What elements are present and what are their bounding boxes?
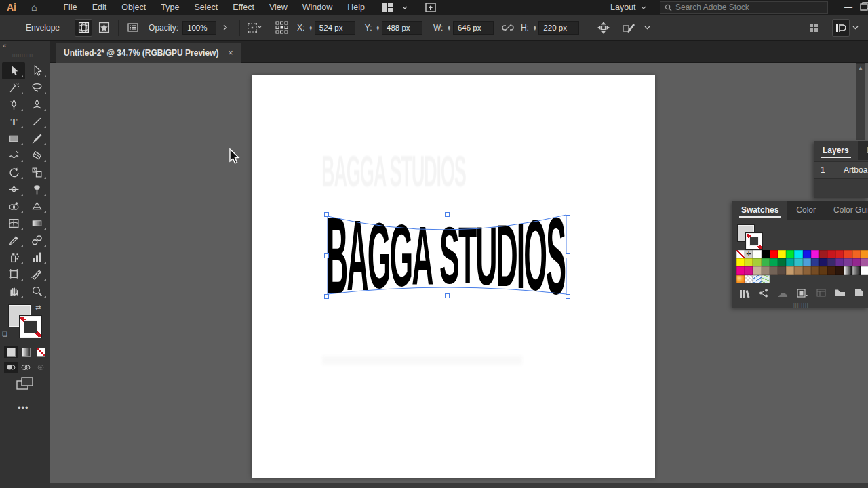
rotate-tool[interactable] bbox=[2, 164, 25, 181]
unlink-dimensions-icon[interactable] bbox=[499, 19, 517, 37]
share-swatch-icon[interactable] bbox=[759, 289, 768, 298]
stroke-swatch[interactable] bbox=[746, 233, 762, 249]
swatch-0-8[interactable] bbox=[803, 250, 811, 258]
swatch-2-8[interactable] bbox=[803, 266, 811, 274]
swatch-0-7[interactable] bbox=[794, 250, 802, 258]
align-options-icon[interactable] bbox=[245, 19, 263, 37]
pen-tool[interactable] bbox=[2, 96, 25, 113]
swatch-1-8[interactable] bbox=[803, 258, 811, 266]
workspace-switcher[interactable]: Layout bbox=[610, 0, 646, 15]
swatch-1-0[interactable] bbox=[736, 258, 745, 266]
y-label[interactable]: Y: bbox=[365, 23, 372, 33]
w-stepper[interactable]: ▲▼ bbox=[447, 25, 450, 30]
swatch-kinds-icon[interactable] bbox=[797, 289, 808, 298]
menu-help[interactable]: Help bbox=[340, 1, 372, 14]
artboard-tool[interactable] bbox=[2, 266, 25, 283]
menu-view[interactable]: View bbox=[262, 1, 295, 14]
h-input[interactable]: 220 px bbox=[538, 21, 579, 35]
swatch-0-1-registration[interactable]: ✛ bbox=[745, 250, 753, 258]
tab-color[interactable]: Color bbox=[787, 201, 825, 220]
free-transform-icon[interactable] bbox=[595, 19, 612, 37]
chevron-down-icon[interactable] bbox=[852, 26, 859, 30]
tab-layers[interactable]: Layers bbox=[814, 141, 858, 160]
reference-point-icon[interactable] bbox=[273, 19, 290, 37]
swatch-2-4[interactable] bbox=[770, 266, 778, 274]
eyedropper-tool[interactable] bbox=[2, 232, 25, 249]
swatch-1-5[interactable] bbox=[778, 258, 786, 266]
menu-select[interactable]: Select bbox=[186, 1, 225, 14]
swatch-2-3[interactable] bbox=[762, 266, 770, 274]
menu-window[interactable]: Window bbox=[295, 1, 340, 14]
opacity-expand-button[interactable] bbox=[216, 19, 234, 37]
swatch-2-7[interactable] bbox=[794, 266, 802, 274]
chevron-down-icon[interactable] bbox=[402, 6, 408, 9]
shaper-tool[interactable] bbox=[2, 147, 25, 164]
vertical-scrollbar[interactable]: ▲ bbox=[856, 63, 865, 140]
swatch-1-9[interactable] bbox=[811, 258, 819, 266]
swatch-1-2[interactable] bbox=[753, 258, 761, 266]
swatch-1-13[interactable] bbox=[844, 258, 852, 266]
edit-contents-button[interactable] bbox=[95, 19, 113, 37]
direct-selection-tool[interactable] bbox=[25, 62, 48, 79]
swatch-0-9[interactable] bbox=[811, 250, 819, 258]
h-stepper[interactable]: ▲▼ bbox=[533, 25, 536, 30]
y-input[interactable]: 488 px bbox=[382, 21, 422, 35]
draw-inside-button[interactable] bbox=[34, 362, 47, 373]
rectangle-tool[interactable] bbox=[2, 130, 25, 147]
opacity-input[interactable]: 100% bbox=[182, 21, 216, 35]
swatch-0-13[interactable] bbox=[844, 250, 852, 258]
tab-libraries[interactable]: Libra bbox=[858, 141, 868, 160]
x-stepper[interactable]: ▲▼ bbox=[309, 25, 312, 30]
tab-swatches[interactable]: Swatches bbox=[732, 201, 787, 220]
swatch-0-12[interactable] bbox=[835, 250, 844, 258]
w-input[interactable]: 646 px bbox=[453, 21, 494, 35]
scroll-up-icon[interactable]: ▲ bbox=[858, 65, 863, 140]
swatch-0-15[interactable] bbox=[861, 250, 868, 258]
swatch-2-14-gradient-dark[interactable] bbox=[852, 266, 861, 274]
swatch-2-12[interactable] bbox=[835, 266, 844, 274]
swatch-2-0[interactable] bbox=[736, 266, 745, 274]
search-input[interactable]: Search Adobe Stock bbox=[660, 1, 828, 14]
new-color-group-icon[interactable] bbox=[835, 289, 846, 297]
recolor-artwork-icon[interactable] bbox=[620, 19, 638, 37]
swatch-1-3[interactable] bbox=[762, 258, 770, 266]
line-segment-tool[interactable] bbox=[25, 113, 48, 130]
menu-effect[interactable]: Effect bbox=[225, 1, 262, 14]
none-mode-button[interactable] bbox=[34, 346, 47, 358]
swatch-3-0-gradient-orange[interactable] bbox=[736, 275, 745, 283]
gradient-mode-button[interactable] bbox=[19, 346, 33, 358]
scale-tool[interactable] bbox=[25, 164, 48, 181]
gradient-tool[interactable] bbox=[25, 215, 48, 232]
default-fill-stroke-icon[interactable]: ❏ bbox=[2, 331, 7, 338]
menu-file[interactable]: File bbox=[56, 1, 84, 14]
swatch-2-6[interactable] bbox=[786, 266, 794, 274]
swatch-0-14[interactable] bbox=[852, 250, 861, 258]
swatch-1-12[interactable] bbox=[835, 258, 844, 266]
type-tool[interactable]: T bbox=[2, 113, 25, 130]
mesh-tool[interactable] bbox=[2, 215, 25, 232]
y-stepper[interactable]: ▲▼ bbox=[376, 25, 380, 30]
workspace-grid-icon[interactable] bbox=[805, 19, 823, 37]
swatch-3-1-pattern-check[interactable] bbox=[745, 275, 753, 283]
perspective-grid-tool[interactable] bbox=[25, 198, 48, 215]
document-tab[interactable]: Untitled-2* @ 34.7% (RGB/GPU Preview) × bbox=[56, 43, 241, 63]
selection-tool[interactable] bbox=[2, 62, 25, 79]
panel-menu-icon[interactable] bbox=[124, 19, 142, 37]
swatch-2-2[interactable] bbox=[753, 266, 761, 274]
swatch-1-4[interactable] bbox=[770, 258, 778, 266]
hand-tool[interactable] bbox=[2, 283, 25, 300]
swatch-0-10[interactable] bbox=[819, 250, 827, 258]
arrange-documents-icon[interactable] bbox=[382, 3, 393, 12]
slice-tool[interactable] bbox=[25, 266, 48, 283]
column-graph-tool[interactable] bbox=[25, 249, 48, 266]
swatch-2-11[interactable] bbox=[827, 266, 835, 274]
swatch-1-15[interactable] bbox=[861, 258, 868, 266]
swatch-2-1[interactable] bbox=[745, 266, 753, 274]
width-tool[interactable] bbox=[2, 181, 25, 198]
restore-button[interactable] bbox=[860, 2, 868, 12]
symbol-sprayer-tool[interactable] bbox=[2, 249, 25, 266]
swatch-1-6[interactable] bbox=[786, 258, 794, 266]
home-icon[interactable]: ⌂ bbox=[31, 2, 37, 13]
swatch-0-6[interactable] bbox=[786, 250, 794, 258]
swatch-2-9[interactable] bbox=[811, 266, 819, 274]
